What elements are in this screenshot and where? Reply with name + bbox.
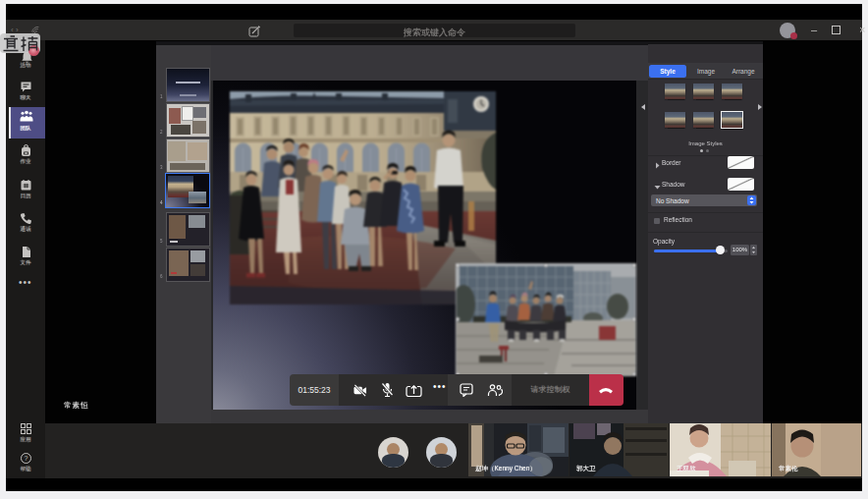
svg-text:?: ? <box>25 455 28 462</box>
